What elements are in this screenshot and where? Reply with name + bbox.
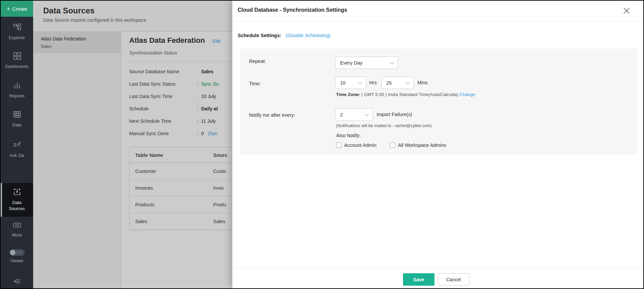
timezone-value: ( GMT 5:30 ) India Standard Time(Asia/Ca… bbox=[361, 92, 458, 97]
hrs-unit-label: Hrs bbox=[369, 80, 377, 85]
account-admin-label: Account Admin bbox=[344, 142, 377, 148]
repeat-dropdown[interactable]: Every Day bbox=[335, 57, 398, 69]
notification-note: (Notifications will be mailed to - rache… bbox=[336, 123, 432, 128]
sidebar-item-dashboards[interactable]: Dashboards bbox=[1, 52, 33, 70]
repeat-dropdown-value: Every Day bbox=[340, 60, 363, 66]
sidebar-collapse[interactable] bbox=[1, 277, 33, 287]
collapse-icon bbox=[13, 277, 21, 287]
hours-dropdown[interactable]: 10 bbox=[335, 77, 366, 89]
disable-scheduling-link[interactable]: (Disable Scheduling) bbox=[286, 33, 331, 38]
modal-title: Cloud Database - Synchronization Setting… bbox=[238, 7, 347, 13]
sidebar-item-explorer[interactable]: Explorer bbox=[1, 23, 33, 41]
all-workspace-admins-checkbox[interactable] bbox=[390, 142, 395, 148]
divider bbox=[232, 268, 643, 269]
import-failures-label: Import Failure(s) bbox=[377, 112, 412, 117]
reports-icon bbox=[13, 81, 21, 91]
sidebar: + Create Explorer Dashboards Reports bbox=[1, 1, 33, 288]
all-workspace-admins-label: All Workspace Admins bbox=[398, 142, 446, 148]
save-button[interactable]: Save bbox=[403, 273, 434, 286]
sidebar-item-label: Ask Zia bbox=[10, 153, 24, 159]
sidebar-item-label: Dashboards bbox=[5, 64, 28, 70]
viewer-toggle[interactable]: OFF bbox=[9, 249, 25, 256]
failure-count-value: 2 bbox=[340, 112, 343, 117]
cancel-button[interactable]: Cancel bbox=[438, 273, 469, 286]
close-icon[interactable] bbox=[622, 6, 631, 15]
divider bbox=[232, 21, 643, 21]
chevron-down-icon bbox=[390, 60, 394, 64]
data-table-icon bbox=[13, 110, 21, 120]
create-button-label: Create bbox=[12, 6, 27, 12]
data-sources-icon bbox=[13, 188, 21, 198]
toggle-off-label: OFF bbox=[16, 251, 22, 254]
dashboards-icon bbox=[13, 52, 21, 62]
sidebar-item-label: DataSources bbox=[9, 200, 25, 211]
minutes-dropdown-value: 25 bbox=[386, 80, 392, 86]
chevron-down-icon bbox=[365, 112, 369, 116]
toggle-knob-icon bbox=[10, 250, 15, 255]
time-label: Time: bbox=[249, 81, 261, 86]
chevron-down-icon bbox=[406, 80, 409, 84]
failure-count-dropdown[interactable]: 2 bbox=[335, 108, 373, 121]
schedule-settings-label: Schedule Settings: bbox=[238, 33, 281, 38]
plus-icon: + bbox=[6, 6, 10, 12]
minutes-dropdown[interactable]: 25 bbox=[382, 77, 414, 89]
timezone-change-link[interactable]: Change bbox=[460, 92, 475, 97]
explorer-icon bbox=[13, 23, 21, 33]
schedule-form-panel: Repeat: Every Day Time: 10 Hrs 25 Mins T… bbox=[240, 49, 637, 155]
repeat-label: Repeat: bbox=[249, 59, 266, 64]
sidebar-item-data-sources[interactable]: DataSources bbox=[1, 183, 33, 217]
sidebar-item-label: Data bbox=[12, 122, 21, 128]
chevron-down-icon bbox=[358, 80, 362, 84]
app-window: + Create Explorer Dashboards Reports bbox=[0, 0, 644, 289]
sidebar-viewer: OFF Viewer bbox=[1, 249, 33, 264]
ask-zia-icon bbox=[13, 140, 21, 151]
also-notify-label: Also Notify: bbox=[336, 133, 360, 138]
account-admin-checkbox[interactable] bbox=[336, 142, 341, 148]
notify-label: Notify me after every: bbox=[249, 112, 295, 118]
sidebar-item-label: More bbox=[12, 232, 22, 238]
hours-dropdown-value: 10 bbox=[340, 80, 345, 86]
timezone-label: Time Zone: bbox=[336, 92, 360, 97]
mins-unit-label: Mins bbox=[417, 80, 428, 85]
viewer-label: Viewer bbox=[10, 258, 24, 264]
sidebar-item-more[interactable]: More bbox=[1, 221, 33, 238]
sidebar-item-data[interactable]: Data bbox=[1, 110, 33, 128]
create-button[interactable]: + Create bbox=[1, 1, 33, 17]
sidebar-item-ask-zia[interactable]: Ask Zia bbox=[1, 140, 33, 159]
sync-settings-modal: Cloud Database - Synchronization Setting… bbox=[232, 1, 643, 288]
sidebar-item-label: Reports bbox=[9, 93, 25, 99]
more-icon bbox=[12, 221, 22, 230]
sidebar-item-label: Explorer bbox=[9, 35, 25, 41]
sidebar-item-reports[interactable]: Reports bbox=[1, 81, 33, 99]
